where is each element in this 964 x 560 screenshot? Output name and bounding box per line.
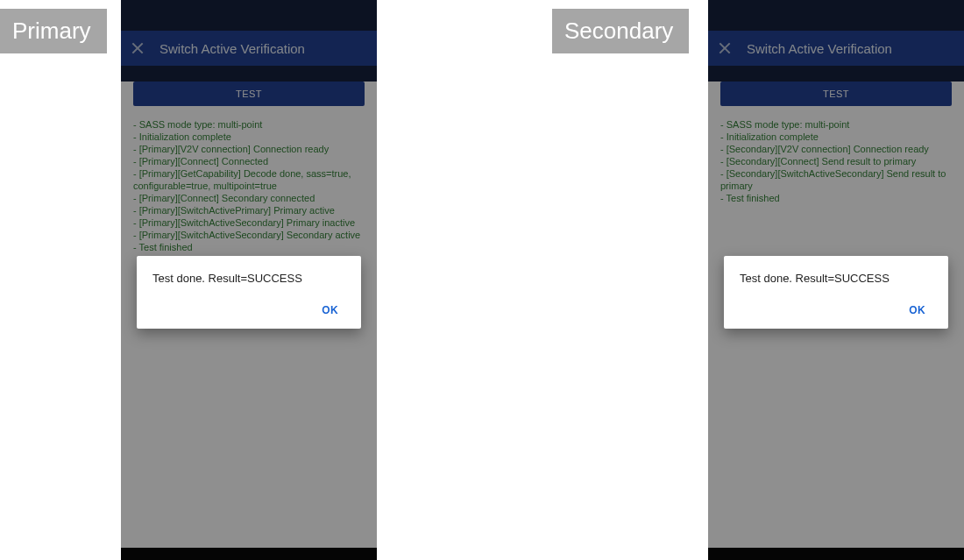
phone-primary: Switch Active Verification TEST - SASS m… bbox=[121, 0, 377, 560]
ok-button[interactable]: OK bbox=[315, 301, 345, 320]
dialog-actions: OK bbox=[152, 301, 345, 320]
phone-secondary: Switch Active Verification TEST - SASS m… bbox=[708, 0, 964, 560]
role-label-secondary: Secondary bbox=[552, 9, 689, 53]
dialog-message: Test done. Result=SUCCESS bbox=[740, 272, 932, 285]
role-label-primary: Primary bbox=[0, 9, 107, 53]
dialog-actions: OK bbox=[740, 301, 932, 320]
ok-button[interactable]: OK bbox=[902, 301, 932, 320]
result-dialog: Test done. Result=SUCCESS OK bbox=[137, 256, 361, 329]
result-dialog: Test done. Result=SUCCESS OK bbox=[724, 256, 948, 329]
dialog-message: Test done. Result=SUCCESS bbox=[152, 272, 345, 285]
